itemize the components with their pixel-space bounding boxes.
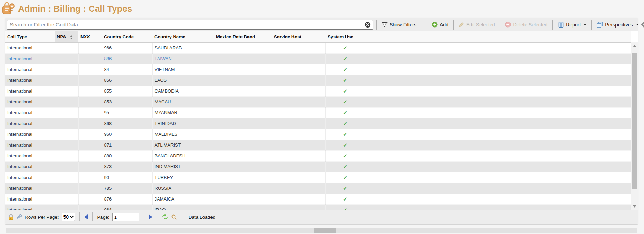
cell-country_name: TURKEY bbox=[152, 172, 214, 183]
pager-separator bbox=[92, 212, 93, 221]
cell-service_host bbox=[272, 75, 325, 86]
cell-call_type: International bbox=[5, 42, 55, 53]
refresh-icon[interactable] bbox=[162, 214, 168, 220]
column-header-country_name[interactable]: Country Name bbox=[152, 31, 214, 42]
perspectives-button[interactable]: Perspectives bbox=[595, 22, 641, 28]
cell-mexico_rate_band bbox=[214, 172, 272, 183]
table-row[interactable]: International886TAIWAN✔ bbox=[5, 53, 631, 64]
cell-nxx bbox=[78, 129, 102, 140]
scroll-down-icon[interactable] bbox=[631, 204, 638, 209]
cell-service_host bbox=[272, 172, 325, 183]
column-header-label: NXX bbox=[80, 34, 90, 39]
pager-separator bbox=[182, 212, 182, 221]
cell-npa bbox=[55, 118, 78, 129]
add-button[interactable]: Add bbox=[430, 22, 450, 28]
cell-system_use: ✔ bbox=[325, 204, 365, 210]
page-number-input[interactable] bbox=[112, 213, 139, 221]
show-filters-button[interactable]: Show Filters bbox=[380, 22, 418, 28]
column-header-nxx[interactable]: NXX bbox=[78, 31, 102, 42]
column-header-mexico_rate_band[interactable]: Mexico Rate Band bbox=[214, 31, 272, 42]
column-header-npa[interactable]: NPA bbox=[55, 31, 78, 42]
edit-selected-button[interactable]: Edit Selected bbox=[457, 22, 497, 28]
report-label: Report bbox=[566, 22, 581, 28]
header-row: Call TypeNPANXXCountry CodeCountry NameM… bbox=[5, 31, 631, 42]
cell-filler bbox=[365, 140, 631, 150]
search-wrap bbox=[7, 20, 373, 30]
cell-npa bbox=[55, 129, 78, 140]
previous-page-icon[interactable] bbox=[84, 214, 88, 219]
cell-npa bbox=[55, 161, 78, 172]
cell-country_code: 856 bbox=[102, 75, 152, 86]
table-row[interactable]: International868TRINIDAD✔ bbox=[5, 118, 631, 129]
column-header-call_type[interactable]: Call Type bbox=[5, 31, 55, 42]
scroll-up-icon[interactable] bbox=[631, 43, 638, 49]
cell-npa bbox=[55, 150, 78, 161]
clear-search-icon[interactable] bbox=[365, 22, 371, 28]
table-row[interactable]: International95MYANMAR✔ bbox=[5, 107, 631, 118]
table-row[interactable]: International84VIETNAM✔ bbox=[5, 64, 631, 75]
padlock-icon[interactable] bbox=[8, 214, 14, 220]
column-header-service_host[interactable]: Service Host bbox=[272, 31, 325, 42]
cell-system_use: ✔ bbox=[325, 140, 365, 150]
cell-npa bbox=[55, 172, 78, 183]
next-page-icon[interactable] bbox=[149, 214, 152, 219]
cell-country_code: 871 bbox=[102, 140, 152, 150]
report-button[interactable]: Report bbox=[556, 22, 588, 28]
cell-system_use: ✔ bbox=[325, 150, 365, 161]
table-row[interactable]: International853MACAU✔ bbox=[5, 96, 631, 107]
vertical-scrollbar[interactable] bbox=[631, 42, 638, 210]
cell-filler bbox=[365, 107, 631, 118]
wrench-icon[interactable] bbox=[16, 214, 22, 220]
table-row[interactable]: International785RUSSIA✔ bbox=[5, 183, 631, 194]
cell-system_use: ✔ bbox=[325, 161, 365, 172]
table-row[interactable]: International876JAMAICA✔ bbox=[5, 194, 631, 204]
grid-toolbar: Show Filters Add Edit Selected Delete Se… bbox=[5, 18, 638, 31]
search-input[interactable] bbox=[7, 20, 373, 30]
settings-button[interactable] bbox=[641, 22, 644, 28]
cell-country_name: SAUDI ARAB bbox=[152, 42, 214, 53]
horizontal-scrollbar-thumb[interactable] bbox=[314, 228, 336, 233]
cell-filler bbox=[365, 161, 631, 172]
cell-call_type: International bbox=[5, 86, 55, 96]
checkmark-icon: ✔ bbox=[343, 174, 347, 181]
cell-npa bbox=[55, 86, 78, 96]
cell-service_host bbox=[272, 107, 325, 118]
table-row[interactable]: International960MALDIVES✔ bbox=[5, 129, 631, 140]
table-row[interactable]: International855CAMBODIA✔ bbox=[5, 86, 631, 96]
cell-call_type: International bbox=[5, 161, 55, 172]
checkmark-icon: ✔ bbox=[343, 196, 347, 202]
cell-country_name: IND MARIST bbox=[152, 161, 214, 172]
rows-per-page-select[interactable]: 50 bbox=[62, 213, 75, 221]
column-header-country_code[interactable]: Country Code bbox=[102, 31, 152, 42]
cell-service_host bbox=[272, 161, 325, 172]
cell-npa bbox=[55, 42, 78, 53]
column-header-system_use[interactable]: System Use bbox=[325, 31, 365, 42]
cell-npa bbox=[55, 194, 78, 204]
cell-mexico_rate_band bbox=[214, 140, 272, 150]
cell-filler bbox=[365, 96, 631, 107]
checkmark-icon: ✔ bbox=[343, 164, 347, 170]
cell-country_name: VIETNAM bbox=[152, 64, 214, 75]
cell-country_code: 880 bbox=[102, 150, 152, 161]
horizontal-scrollbar[interactable] bbox=[6, 228, 637, 233]
magnifier-icon[interactable] bbox=[171, 214, 177, 220]
delete-selected-button[interactable]: Delete Selected bbox=[503, 22, 549, 28]
cell-country_code: 876 bbox=[102, 194, 152, 204]
cell-country_code: 84 bbox=[102, 64, 152, 75]
cell-country_name: BANGLADESH bbox=[152, 150, 214, 161]
vertical-scrollbar-thumb[interactable] bbox=[632, 53, 637, 189]
cell-nxx bbox=[78, 161, 102, 172]
table-row[interactable]: International873IND MARIST✔ bbox=[5, 161, 631, 172]
cell-nxx bbox=[78, 75, 102, 86]
cell-country_name: MYANMAR bbox=[152, 107, 214, 118]
table-row[interactable]: International880BANGLADESH✔ bbox=[5, 150, 631, 161]
cell-service_host bbox=[272, 140, 325, 150]
table-row[interactable]: International871ATL MARIST✔ bbox=[5, 140, 631, 150]
table-row[interactable]: International964IRAQ✔ bbox=[5, 204, 631, 210]
checkmark-icon: ✔ bbox=[343, 207, 347, 210]
table-row[interactable]: International90TURKEY✔ bbox=[5, 172, 631, 183]
table-row[interactable]: International856LAOS✔ bbox=[5, 75, 631, 86]
sort-arrows-icon[interactable] bbox=[70, 35, 73, 39]
column-header-label: NPA bbox=[57, 34, 66, 39]
table-row[interactable]: International966SAUDI ARAB✔ bbox=[5, 42, 631, 53]
